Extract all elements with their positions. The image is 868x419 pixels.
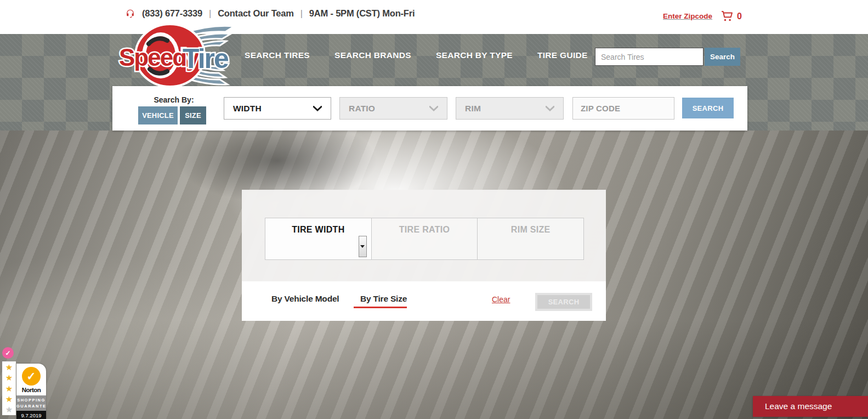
cart-count: 0	[737, 12, 742, 21]
page: (833) 677-3339 | Contact Our Team | 9AM …	[0, 0, 868, 419]
main-nav: SEARCH TIRES SEARCH BRANDS SEARCH BY TYP…	[245, 50, 588, 60]
search-by-vehicle-button[interactable]: VEHICLE	[138, 106, 178, 124]
tab-by-vehicle-model[interactable]: By Vehicle Model	[271, 294, 339, 304]
rim-size-column: RIM SIZE	[478, 218, 583, 259]
tire-width-column: TIRE WIDTH	[265, 218, 372, 259]
enter-zipcode-link[interactable]: Enter Zipcode	[663, 12, 712, 20]
star-icon: ★	[5, 405, 13, 414]
contact-link[interactable]: Contact Our Team	[218, 8, 294, 19]
separator: |	[300, 8, 303, 19]
norton-seal[interactable]: ✓ Norton SHOPPING GUARANTEE 9.7.2019	[16, 364, 46, 419]
ratio-select[interactable]: RATIO	[339, 97, 447, 120]
norton-date: 9.7.2019	[16, 411, 46, 419]
tire-size-panel: TIRE WIDTH TIRE RATIO RIM SIZE By Vehicl…	[242, 190, 606, 321]
contact-info: (833) 677-3339 | Contact Our Team | 9AM …	[125, 8, 415, 19]
review-bubble-icon[interactable]: ✓	[2, 347, 14, 359]
chevron-down-icon	[546, 106, 554, 111]
tire-size-selectors: TIRE WIDTH TIRE RATIO RIM SIZE	[242, 190, 606, 281]
clear-link[interactable]: Clear	[492, 295, 510, 304]
tire-ratio-column: TIRE RATIO	[372, 218, 478, 259]
logo-graphic: Speedy Tire	[118, 23, 237, 89]
cart-button[interactable]: 0	[721, 11, 742, 21]
filter-search-button[interactable]: SEARCH	[682, 98, 734, 118]
rim-size-label: RIM SIZE	[478, 225, 583, 235]
phone-number[interactable]: (833) 677-3339	[142, 8, 202, 19]
separator: |	[209, 8, 211, 19]
norton-guarantee-label: SHOPPING GUARANTEE	[16, 395, 46, 411]
star-icon: ★	[5, 395, 13, 403]
rating-stars[interactable]: ★ ★ ★ ★ ★	[2, 361, 16, 415]
trust-widget: ✓ ★ ★ ★ ★ ★ ✓ Norton SHOPPING GUARANTEE …	[0, 346, 49, 419]
width-select[interactable]: WIDTH	[224, 97, 331, 120]
header-search-input[interactable]	[595, 48, 704, 66]
ratio-select-value: RATIO	[349, 104, 375, 114]
cart-icon	[721, 11, 733, 21]
panel-search-button[interactable]: SEARCH	[535, 293, 592, 311]
width-select-value: WIDTH	[233, 104, 262, 114]
nav-search-by-type[interactable]: SEARCH BY TYPE	[436, 50, 513, 60]
panel-tab-row: By Vehicle Model By Tire Size Clear SEAR…	[242, 281, 606, 321]
star-icon: ★	[5, 363, 13, 371]
tire-filter-bar: Search By: VEHICLE SIZE WIDTH RATIO RIM	[112, 86, 747, 131]
topbar-actions: Enter Zipcode 0	[663, 11, 742, 21]
active-tab-underline	[354, 307, 407, 308]
star-icon: ★	[5, 384, 13, 393]
search-by-size-button[interactable]: SIZE	[180, 106, 206, 124]
chevron-down-icon	[429, 106, 438, 111]
header-search: Search	[595, 48, 740, 66]
chevron-down-icon	[313, 106, 322, 111]
rim-select[interactable]: RIM	[456, 97, 564, 120]
speedytire-logo[interactable]: Speedy Tire	[118, 23, 237, 89]
tab-by-tire-size[interactable]: By Tire Size	[360, 294, 407, 304]
search-by-group: Search By: VEHICLE SIZE	[138, 95, 209, 124]
nav-search-brands[interactable]: SEARCH BRANDS	[334, 50, 411, 60]
tire-width-select[interactable]	[359, 236, 367, 257]
business-hours: 9AM - 5PM (CST) Mon-Fri	[309, 8, 415, 19]
size-columns: TIRE WIDTH TIRE RATIO RIM SIZE	[265, 218, 584, 260]
zip-code-input[interactable]	[572, 97, 674, 120]
headset-icon	[125, 8, 135, 19]
tire-ratio-label: TIRE RATIO	[372, 225, 478, 235]
norton-brand: Norton	[16, 387, 46, 393]
star-icon: ★	[5, 373, 13, 382]
chat-banner[interactable]: Leave a message	[753, 396, 868, 417]
tire-width-label: TIRE WIDTH	[265, 225, 371, 235]
nav-search-tires[interactable]: SEARCH TIRES	[245, 50, 310, 60]
chat-label: Leave a message	[765, 401, 832, 411]
rim-select-value: RIM	[465, 104, 481, 114]
svg-text:Tire: Tire	[183, 43, 229, 74]
header-search-button[interactable]: Search	[705, 48, 740, 66]
norton-check-icon: ✓	[22, 367, 41, 386]
search-by-label: Search By:	[138, 95, 209, 104]
nav-tire-guide[interactable]: TIRE GUIDE	[537, 50, 588, 60]
